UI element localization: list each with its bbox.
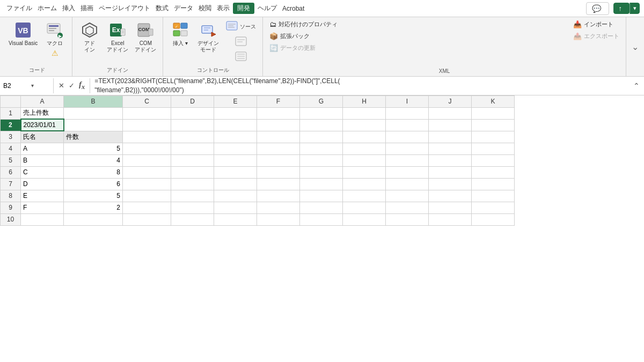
cell-r10c10[interactable]	[429, 213, 472, 225]
cell-r7c9[interactable]	[386, 178, 429, 190]
cell-r4c2[interactable]: 5	[64, 143, 123, 154]
cell-r8c9[interactable]	[386, 190, 429, 202]
cell-r3c1[interactable]: 氏名	[21, 131, 64, 143]
cell-r8c6[interactable]	[257, 190, 300, 202]
cancel-formula-button[interactable]: ✕	[57, 81, 66, 90]
col-header-J[interactable]: J	[429, 95, 472, 107]
cell-r7c2[interactable]: 6	[64, 178, 123, 190]
cell-r7c7[interactable]	[300, 178, 343, 190]
menu-item-開発[interactable]: 開発	[233, 3, 254, 14]
menu-item-Acrobat[interactable]: Acrobat	[280, 4, 306, 13]
menu-item-描画[interactable]: 描画	[78, 3, 96, 14]
cell-r3c3[interactable]	[123, 131, 171, 143]
cell-r5c7[interactable]	[300, 154, 343, 166]
cell-r6c8[interactable]	[343, 166, 386, 178]
cell-r2c2[interactable]	[64, 119, 123, 131]
cell-r5c9[interactable]	[386, 154, 429, 166]
cell-r4c9[interactable]	[386, 143, 429, 154]
cell-r5c10[interactable]	[429, 154, 472, 166]
cell-r6c10[interactable]	[429, 166, 472, 178]
cell-r5c8[interactable]	[343, 154, 386, 166]
cell-r10c9[interactable]	[386, 213, 429, 225]
cell-r1c7[interactable]	[300, 107, 343, 119]
cell-r7c4[interactable]	[171, 178, 214, 190]
cell-r2c4[interactable]	[171, 119, 214, 131]
cell-r9c7[interactable]	[300, 202, 343, 213]
cell-r3c8[interactable]	[343, 131, 386, 143]
insert-function-button[interactable]: fx	[77, 79, 86, 92]
cell-r2c9[interactable]	[386, 119, 429, 131]
cell-r9c3[interactable]	[123, 202, 171, 213]
cell-r4c1[interactable]: A	[21, 143, 64, 154]
cell-r6c1[interactable]: C	[21, 166, 64, 178]
ribbon-collapse-button[interactable]: ⌄	[628, 17, 642, 76]
cell-r3c6[interactable]	[257, 131, 300, 143]
cell-r3c7[interactable]	[300, 131, 343, 143]
cell-r8c2[interactable]: 5	[64, 190, 123, 202]
cell-r1c4[interactable]	[171, 107, 214, 119]
cell-r10c3[interactable]	[123, 213, 171, 225]
cell-r1c2[interactable]	[64, 107, 123, 119]
com-addin-button[interactable]: COM COMアドイン	[133, 19, 158, 55]
cell-r10c5[interactable]	[214, 213, 257, 225]
cell-r8c4[interactable]	[171, 190, 214, 202]
cell-r9c2[interactable]: 2	[64, 202, 123, 213]
confirm-formula-button[interactable]: ✓	[67, 81, 76, 90]
cell-r5c5[interactable]	[214, 154, 257, 166]
cell-r7c11[interactable]	[472, 178, 515, 190]
cell-r2c5[interactable]	[214, 119, 257, 131]
cell-ref-input[interactable]	[3, 82, 30, 90]
cell-r1c11[interactable]	[472, 107, 515, 119]
cell-r8c8[interactable]	[343, 190, 386, 202]
share-dropdown-button[interactable]: ▾	[630, 3, 640, 14]
cell-r8c5[interactable]	[214, 190, 257, 202]
cell-r5c2[interactable]: 4	[64, 154, 123, 166]
cell-r2c8[interactable]	[343, 119, 386, 131]
cell-r5c11[interactable]	[472, 154, 515, 166]
cell-r3c11[interactable]	[472, 131, 515, 143]
insert-button[interactable]: ✓ 挿入 ▾	[167, 19, 193, 49]
menu-item-データ[interactable]: データ	[172, 3, 195, 14]
corner-header[interactable]	[1, 95, 21, 107]
cell-r10c8[interactable]	[343, 213, 386, 225]
cell-r3c2[interactable]: 件数	[64, 131, 123, 143]
menu-item-ホーム[interactable]: ホーム	[35, 3, 59, 14]
cell-r9c6[interactable]	[257, 202, 300, 213]
col-header-G[interactable]: G	[300, 95, 343, 107]
cell-r4c11[interactable]	[472, 143, 515, 154]
cell-r8c1[interactable]: E	[21, 190, 64, 202]
cell-r6c11[interactable]	[472, 166, 515, 178]
share-button[interactable]: ↑	[613, 3, 630, 14]
cell-r8c10[interactable]	[429, 190, 472, 202]
col-header-K[interactable]: K	[472, 95, 515, 107]
col-header-B[interactable]: B	[64, 95, 123, 107]
extra-btn-1[interactable]	[230, 35, 252, 49]
cell-r7c5[interactable]	[214, 178, 257, 190]
cell-r4c8[interactable]	[343, 143, 386, 154]
cell-r9c10[interactable]	[429, 202, 472, 213]
cell-r2c1[interactable]: 2023/01/01	[21, 119, 64, 131]
formula-expand-button[interactable]: ⌃	[629, 82, 644, 90]
cell-r7c3[interactable]	[123, 178, 171, 190]
extra-btn-2[interactable]	[230, 50, 252, 64]
col-header-H[interactable]: H	[343, 95, 386, 107]
cell-r7c8[interactable]	[343, 178, 386, 190]
cell-r3c5[interactable]	[214, 131, 257, 143]
cell-r2c7[interactable]	[300, 119, 343, 131]
cell-r8c3[interactable]	[123, 190, 171, 202]
cell-r7c1[interactable]: D	[21, 178, 64, 190]
menu-item-ヘルプ[interactable]: ヘルプ	[255, 3, 279, 14]
addin-button[interactable]: アドイン	[77, 19, 103, 55]
cell-r6c3[interactable]	[123, 166, 171, 178]
cell-r4c7[interactable]	[300, 143, 343, 154]
menu-item-数式[interactable]: 数式	[153, 3, 171, 14]
cell-r10c6[interactable]	[257, 213, 300, 225]
excel-addin-button[interactable]: Ex Excelアドイン	[105, 19, 130, 55]
cell-r8c7[interactable]	[300, 190, 343, 202]
cell-r6c2[interactable]: 8	[64, 166, 123, 178]
macro-button[interactable]: ▶ マクロ	[42, 19, 68, 49]
sheet-scroll-area[interactable]: ABCDEFGHIJK 1売上件数22023/01/013氏名件数4A55B46…	[0, 95, 644, 351]
cell-r5c3[interactable]	[123, 154, 171, 166]
cell-r8c11[interactable]	[472, 190, 515, 202]
cell-r7c6[interactable]	[257, 178, 300, 190]
